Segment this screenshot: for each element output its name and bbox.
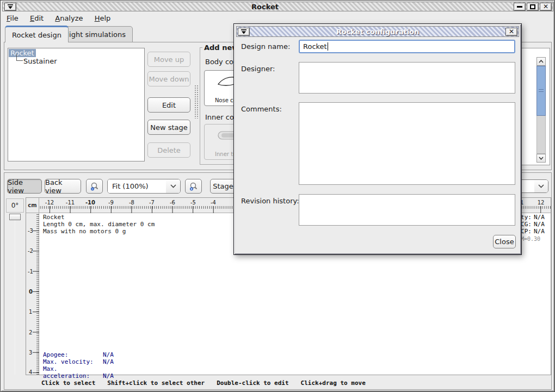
revision-history-label: Revision history: [241,197,299,205]
maximize-icon [530,4,535,9]
v-ruler-label: 0 [29,289,33,295]
rotation-slider-handle[interactable] [9,214,21,220]
dialog-close-action-label: Close [495,238,514,246]
h-ruler-label: -6 [170,200,175,206]
move-down-label: Move down [149,75,189,83]
edit-button[interactable]: Edit [147,97,190,113]
vertical-scrollbar[interactable] [536,57,546,163]
v-ruler-label: -1 [28,269,33,275]
close-button[interactable]: ✕ [540,3,552,11]
design-name-label: Design name: [241,42,290,51]
menu-help[interactable]: Help [92,13,114,23]
dialog-menu-button[interactable] [238,28,250,36]
stability-value: N/A [534,221,545,228]
stage-button[interactable]: Stage [210,179,236,194]
status-hint: Click to select [41,379,95,387]
window-menu-icon [7,4,14,9]
move-down-button[interactable]: Move down [147,71,190,86]
window-menu-button[interactable] [4,3,16,11]
splitter-handle[interactable] [194,85,199,119]
h-ruler-label: -10 [85,200,95,206]
zoom-level-value: Fit (100%) [108,179,166,193]
menu-analyze[interactable]: Analyze [52,13,85,23]
new-stage-button[interactable]: New stage [147,120,190,135]
dialog-menu-icon [240,29,247,34]
rocket-info-line: Rocket [43,214,155,221]
flight-data-value: N/A [103,351,114,358]
scroll-up-button[interactable] [536,57,546,66]
openrocket-main-window: Rocket ✕ File Edit Analyze Help Rocket d… [0,0,555,392]
dialog-close-action-button[interactable]: Close [493,235,516,248]
side-view-button[interactable]: Side view [7,179,42,194]
h-ruler-label: -9 [108,200,114,206]
side-view-label: Side view [8,178,41,195]
comments-textarea[interactable] [299,102,515,185]
h-ruler-label: 12 [538,200,545,206]
zoom-out-button[interactable] [86,179,103,194]
zoom-in-button[interactable] [185,179,202,194]
dialog-close-button[interactable]: ✕ [505,28,517,36]
close-icon: ✕ [543,3,548,10]
v-ruler-label: 3 [29,350,32,356]
tree-item-sustainer[interactable]: Sustainer [23,57,57,65]
flight-data-label: Apogee: [43,351,103,358]
tab-rocket-design[interactable]: Rocket design [5,26,69,42]
zoom-level-select[interactable]: Fit (100%) [107,179,181,194]
designer-label: Designer: [241,65,275,73]
scrollbar-track[interactable] [536,116,546,154]
move-up-label: Move up [154,55,184,64]
flight-data-label: Max. acceleration: [43,365,103,379]
move-up-button[interactable]: Move up [147,52,190,67]
menu-file[interactable]: File [4,13,21,23]
dialog-titlebar[interactable]: Rocket configuration ✕ [236,26,519,37]
window-controls: ✕ [514,3,552,11]
back-view-label: Back view [45,178,81,195]
design-name-value: Rocket [303,42,327,51]
scroll-down-button[interactable] [536,154,546,163]
design-name-input[interactable]: Rocket [299,40,515,53]
flight-data-label: Max. velocity: [43,358,103,365]
v-ruler-label: -3 [28,228,33,234]
tab-rocket-design-label: Rocket design [12,31,61,39]
chevron-down-icon [170,184,176,188]
component-tree[interactable]: Rocket Sustainer [8,48,145,161]
scroll-down-icon [539,157,544,160]
scrollbar-thumb[interactable] [536,66,546,116]
scrollbar-grip [539,89,544,92]
h-ruler-label: -7 [149,200,155,206]
menu-bar: File Edit Analyze Help [4,13,552,24]
flight-data: Apogee:N/A Max. velocity:N/A Max. accele… [43,351,114,379]
zoom-level-dropdown-button[interactable] [166,179,180,193]
text-caret [328,42,328,51]
status-hint: Click+drag to move [301,379,366,387]
body-components-label: Body co [205,58,233,66]
back-view-button[interactable]: Back view [45,179,81,194]
minimize-icon [517,6,522,8]
status-hint: Shift+click to select other [107,379,205,387]
revision-history-textarea[interactable] [299,194,515,226]
designer-textarea[interactable] [299,62,515,94]
delete-button[interactable]: Delete [147,142,190,158]
maximize-button[interactable] [527,3,539,11]
motor-config-dropdown-button[interactable] [534,180,548,192]
flight-data-value: N/A [103,358,114,365]
h-ruler-label: -8 [129,200,134,206]
rotation-slider-track[interactable] [15,220,15,375]
ruler-unit-label: cm [26,198,39,213]
flight-data-row: Max. acceleration:N/A [43,365,114,379]
chevron-down-icon [538,184,544,188]
dialog-title: Rocket configuration [250,28,505,36]
v-ruler-label: 1 [29,309,32,315]
v-ruler-label: 4 [29,369,32,375]
edit-label: Edit [162,101,176,109]
h-ruler-label: -12 [45,200,54,206]
inner-component-label: Inner co [205,113,234,121]
zoom-out-icon [90,182,100,191]
minimize-button[interactable] [514,3,526,11]
stability-value: N/A [534,214,545,221]
tree-row-rocket[interactable]: Rocket [8,48,144,57]
rocket-info: Rocket Length 0 cm, max. diameter 0 cm M… [43,214,155,235]
window-titlebar[interactable]: Rocket ✕ [2,2,553,11]
new-stage-label: New stage [150,123,188,132]
menu-edit[interactable]: Edit [27,13,46,23]
